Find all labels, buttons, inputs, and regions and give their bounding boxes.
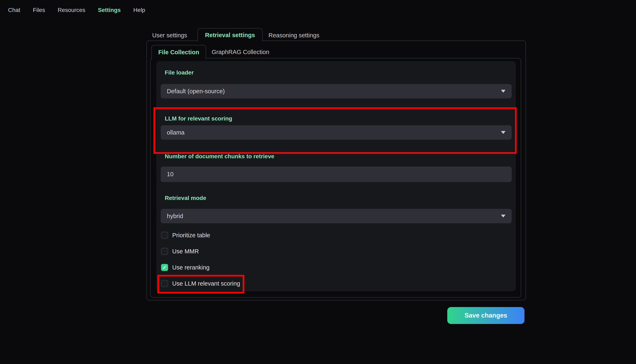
retrieval-mode-value: hybrid — [167, 213, 183, 220]
nav-item-files[interactable]: Files — [33, 7, 45, 14]
file-loader-label: File loader — [165, 69, 194, 76]
checkbox-row-use-llm-relevant-scoring[interactable]: ✓ Use LLM relevant scoring — [161, 280, 240, 288]
nav-item-settings[interactable]: Settings — [98, 7, 121, 14]
num-chunks-value: 10 — [167, 171, 174, 178]
num-chunks-label: Number of document chunks to retrieve — [165, 153, 274, 160]
file-loader-value: Default (open-source) — [167, 88, 225, 95]
checkbox-row-use-reranking[interactable]: ✓ Use reranking — [161, 263, 210, 272]
use-reranking-label: Use reranking — [172, 264, 210, 271]
prioritize-table-checkbox[interactable]: ✓ — [161, 232, 168, 239]
nav-item-chat[interactable]: Chat — [8, 7, 20, 14]
tab-file-collection[interactable]: File Collection — [151, 45, 206, 59]
tab-retrieval-settings[interactable]: Retrieval settings — [197, 28, 263, 42]
chevron-down-icon — [501, 131, 505, 134]
top-nav: Chat Files Resources Settings Help — [8, 7, 145, 14]
use-llm-relevant-scoring-checkbox[interactable]: ✓ — [161, 280, 168, 287]
check-icon: ✓ — [162, 265, 167, 270]
nav-item-resources[interactable]: Resources — [58, 7, 85, 14]
checkbox-row-use-mmr[interactable]: ✓ Use MMR — [161, 247, 199, 256]
use-mmr-label: Use MMR — [172, 248, 199, 255]
chevron-down-icon — [501, 214, 505, 218]
checkbox-row-prioritize-table[interactable]: ✓ Prioritize table — [161, 231, 210, 239]
use-llm-relevant-scoring-label: Use LLM relevant scoring — [172, 280, 240, 287]
llm-scoring-value: ollama — [167, 129, 184, 136]
num-chunks-input[interactable]: 10 — [161, 166, 512, 182]
settings-card: File loader Default (open-source) LLM fo… — [156, 61, 516, 291]
file-loader-dropdown[interactable]: Default (open-source) — [161, 84, 512, 98]
tab-retrieval-settings-label: Retrieval settings — [205, 32, 255, 38]
save-changes-button[interactable]: Save changes — [447, 307, 524, 324]
llm-scoring-dropdown[interactable]: ollama — [161, 125, 512, 140]
tab-reasoning-settings[interactable]: Reasoning settings — [268, 32, 319, 39]
nav-item-help[interactable]: Help — [133, 7, 145, 14]
tab-file-collection-label: File Collection — [158, 49, 199, 56]
retrieval-mode-label: Retrieval mode — [165, 195, 206, 202]
use-reranking-checkbox[interactable]: ✓ — [161, 264, 168, 271]
use-mmr-checkbox[interactable]: ✓ — [161, 248, 168, 255]
llm-scoring-label: LLM for relevant scoring — [165, 115, 232, 122]
chevron-down-icon — [501, 90, 505, 93]
retrieval-mode-dropdown[interactable]: hybrid — [161, 209, 512, 223]
tab-user-settings[interactable]: User settings — [152, 32, 187, 39]
prioritize-table-label: Prioritize table — [172, 232, 210, 239]
app-root: Chat Files Resources Settings Help User … — [0, 0, 636, 364]
